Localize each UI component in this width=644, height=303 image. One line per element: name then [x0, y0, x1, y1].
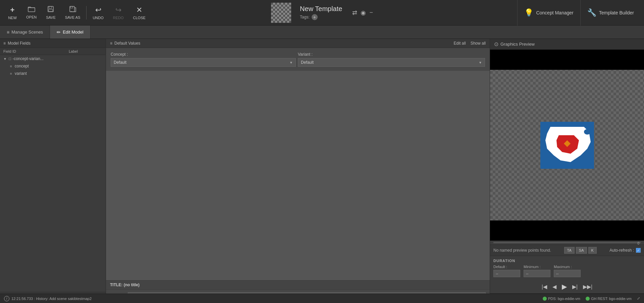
concept-select-arrow: ▼ — [289, 61, 293, 64]
concept-group: Concept : Default ▼ — [111, 52, 298, 67]
play-button[interactable]: ▶ — [560, 282, 568, 291]
show-all-button[interactable]: Show all — [471, 41, 486, 46]
variant-select[interactable]: Default ▼ — [298, 58, 485, 67]
variant-select-arrow: ▼ — [479, 61, 482, 64]
main-toolbar: + NEW OPEN SAVE SAVE A — [0, 0, 644, 26]
skip-end-button[interactable]: ▶▶| — [582, 283, 594, 291]
center-main-area — [106, 71, 490, 280]
preview-black-bottom — [490, 220, 644, 241]
title-value: (no title) — [124, 283, 140, 287]
eye-icon[interactable]: ◉ — [361, 9, 366, 16]
pds-status-dot — [543, 297, 547, 301]
undo-label: UNDO — [93, 16, 103, 20]
graphics-preview-label: Graphics Preview — [500, 42, 535, 47]
concept-select[interactable]: Default ▼ — [111, 58, 296, 67]
fields-columns: Field ID Label — [0, 48, 106, 55]
ta-button[interactable]: TA — [564, 247, 575, 254]
tree-root-label: -concept-varian... — [12, 56, 44, 61]
step-forward-button[interactable]: ▶| — [571, 283, 579, 291]
save-as-icon — [69, 6, 76, 14]
k-button[interactable]: K — [588, 247, 597, 254]
edit-all-button[interactable]: Edit all — [454, 41, 466, 46]
edit-model-icon: ✏ — [57, 30, 61, 35]
undo-button[interactable]: ↩ UNDO — [88, 3, 108, 22]
preview-map-container — [534, 70, 601, 220]
graphics-preview-icon: ⊙ — [494, 41, 498, 47]
template-builder-button[interactable]: 🔧 Template Builder — [580, 0, 641, 26]
playback-controls: |◀ ◀ ▶ ▶| ▶▶| — [490, 280, 644, 293]
tree-variant-item[interactable]: ≡ variant — [0, 70, 106, 77]
default-values-header: ≡ Default Values Edit all Show all — [106, 39, 490, 48]
template-builder-icon: 🔧 — [587, 8, 596, 17]
preview-area — [490, 50, 644, 241]
model-fields-title: Model Fields — [8, 41, 31, 46]
auto-refresh-control: Auto-refresh : ✓ — [609, 248, 641, 253]
template-name: New Template — [300, 5, 342, 13]
variant-group: Variant : Default ▼ — [298, 52, 485, 67]
duration-default-input[interactable] — [493, 270, 520, 277]
pds-status: PDS: bgo-eddie-vm — [543, 297, 580, 301]
fields-tree: ▼ □ -concept-varian... ≡ concept ≡ varia… — [0, 55, 106, 292]
concept-manager-button[interactable]: 💡 Concept Manager — [517, 0, 580, 26]
close-icon: ✕ — [136, 6, 142, 14]
expand-icon[interactable]: ⤢ — [637, 296, 640, 301]
save-as-button[interactable]: SAVE AS — [60, 3, 85, 22]
default-values-title: ≡ Default Values — [110, 41, 140, 46]
variant-field-label: Variant : — [298, 52, 485, 57]
duration-default-label: Default : — [493, 265, 520, 269]
open-icon — [28, 6, 35, 14]
tree-lines-icon-concept: ≡ — [10, 64, 12, 68]
main-content: ≡ Model Fields Field ID Label ▼ □ -conce… — [0, 39, 644, 303]
tab-edit-model[interactable]: ✏ Edit Model — [50, 26, 90, 39]
open-button[interactable]: OPEN — [21, 3, 41, 22]
status-left: i 12:21:56.733 : History: Add scene saki… — [4, 296, 92, 301]
step-back-button[interactable]: ◀ — [551, 283, 558, 291]
tree-expand-arrow: ▼ — [3, 57, 7, 61]
duration-minimum-field: Minimum : — [524, 265, 550, 277]
share-icon[interactable]: ⇄ — [352, 9, 357, 16]
tree-concept-item[interactable]: ≡ concept — [0, 62, 106, 70]
redo-label: REDO — [113, 16, 124, 20]
duration-maximum-input[interactable] — [554, 270, 581, 277]
save-label: SAVE — [46, 15, 56, 19]
duration-default-field: Default : — [493, 265, 520, 277]
redo-button[interactable]: ↪ REDO — [108, 3, 128, 22]
duration-maximum-label: Maximum : — [554, 265, 581, 269]
duration-title: DURATION — [493, 259, 641, 263]
main-tabs: ≡ Manage Scenes ✏ Edit Model — [0, 26, 644, 39]
svg-rect-0 — [28, 8, 35, 12]
tab-manage-scenes[interactable]: ≡ Manage Scenes — [0, 26, 50, 39]
minus-icon[interactable]: − — [369, 9, 373, 16]
close-button[interactable]: ✕ CLOSE — [128, 3, 150, 22]
map-svg — [540, 122, 594, 169]
title-bar: TITLE: (no title) — [106, 280, 490, 290]
new-button[interactable]: + NEW — [3, 3, 21, 22]
toolbar-sep-1 — [86, 6, 87, 19]
default-values-icon: ≡ — [110, 41, 112, 46]
tree-root-item[interactable]: ▼ □ -concept-varian... — [0, 55, 106, 62]
progress-bar: 0 — [493, 242, 641, 243]
preview-controls: No named preview points found. TA SA K A… — [490, 245, 644, 256]
concept-variant-row: Concept : Default ▼ Variant : Default ▼ — [106, 48, 490, 71]
save-button[interactable]: SAVE — [41, 3, 60, 22]
manage-scenes-icon: ≡ — [7, 30, 9, 35]
status-bar: i 12:21:56.733 : History: Add scene saki… — [0, 294, 644, 303]
redo-icon: ↪ — [115, 6, 121, 14]
new-label: NEW — [8, 16, 17, 20]
folder-icon: □ — [9, 56, 11, 61]
auto-refresh-label: Auto-refresh : — [609, 248, 634, 253]
duration-fields: Default : Minimum : Maximum : — [493, 265, 641, 277]
svg-rect-3 — [49, 9, 53, 11]
auto-refresh-checkbox[interactable]: ✓ — [636, 248, 641, 253]
title-label: TITLE: — [110, 283, 122, 287]
no-preview-points-text: No named preview points found. — [493, 248, 551, 253]
template-tags: Tags: + — [300, 14, 342, 20]
open-label: OPEN — [26, 15, 37, 19]
duration-minimum-input[interactable] — [524, 270, 550, 277]
skip-start-button[interactable]: |◀ — [540, 283, 548, 291]
status-history-text: 12:21:56.733 : History: Add scene sakibt… — [11, 297, 92, 301]
add-tag-button[interactable]: + — [312, 14, 318, 20]
concept-label: concept — [15, 64, 29, 68]
svg-point-11 — [584, 129, 591, 135]
sa-button[interactable]: SA — [576, 247, 587, 254]
